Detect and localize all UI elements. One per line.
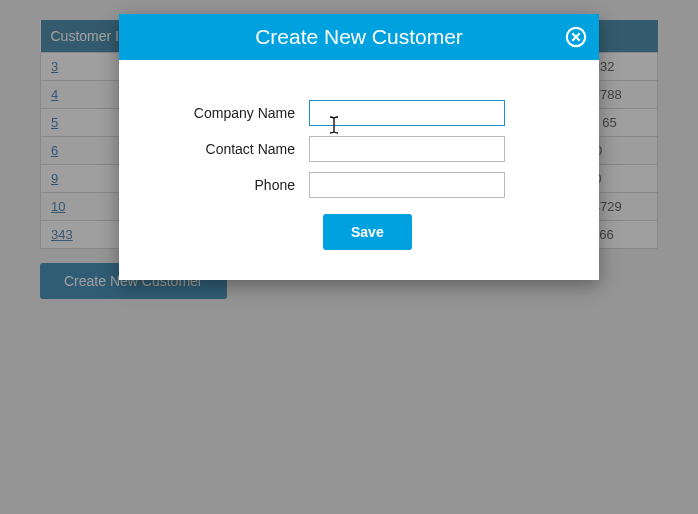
modal-header: Create New Customer (119, 14, 599, 60)
modal-title: Create New Customer (255, 25, 463, 49)
label-company-name: Company Name (149, 105, 309, 121)
phone-field[interactable] (309, 172, 505, 198)
contact-name-field[interactable] (309, 136, 505, 162)
modal-body: Company Name Contact Name Phone Save (119, 60, 599, 280)
create-customer-modal: Create New Customer Company Name Contact… (119, 14, 599, 280)
company-name-field[interactable] (309, 100, 505, 126)
save-button[interactable]: Save (323, 214, 412, 250)
label-contact-name: Contact Name (149, 141, 309, 157)
close-icon[interactable] (565, 26, 587, 48)
label-phone: Phone (149, 177, 309, 193)
